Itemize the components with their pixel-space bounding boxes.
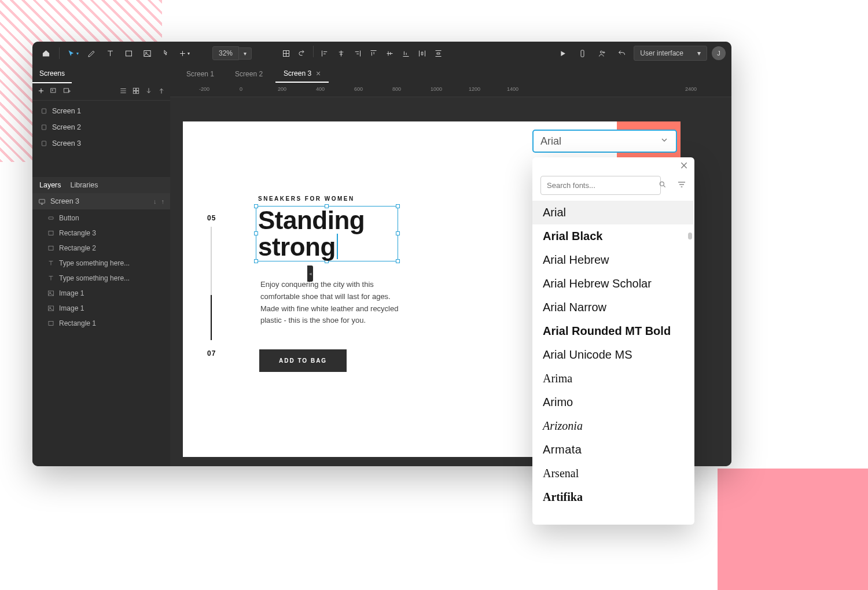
svg-rect-11 <box>133 91 135 94</box>
mode-dropdown[interactable]: User interface ▾ <box>634 46 707 61</box>
font-option[interactable]: Arial Unicode MS <box>532 343 693 367</box>
font-option[interactable]: Arial Narrow <box>532 296 693 319</box>
add-to-bag-button[interactable]: ADD TO BAG <box>259 349 347 372</box>
font-option[interactable]: Arima <box>532 367 693 390</box>
document-tab[interactable]: Screen 3× <box>275 65 329 83</box>
play-icon[interactable] <box>555 46 570 61</box>
layer-item[interactable]: Image 1 <box>32 286 170 301</box>
add-screen-icon[interactable] <box>37 87 45 97</box>
font-option[interactable]: Arial Hebrew Scholar <box>532 272 693 296</box>
sidebar-tools <box>32 83 170 101</box>
sidebar-item-screen[interactable]: Screen 3 <box>32 135 170 152</box>
interaction-tool-icon[interactable] <box>158 46 173 61</box>
font-option[interactable]: Arimo <box>532 390 693 414</box>
layer-item[interactable]: Rectangle 2 <box>32 241 170 256</box>
layer-item[interactable]: Image 1 <box>32 301 170 316</box>
rotate-icon[interactable] <box>295 46 310 61</box>
chevron-down-icon <box>660 135 669 148</box>
device-icon[interactable] <box>575 46 590 61</box>
home-icon[interactable] <box>38 46 53 61</box>
font-option[interactable]: Armata <box>532 438 693 462</box>
page-number-bottom: 07 <box>207 349 216 357</box>
list-view-icon[interactable] <box>119 87 127 97</box>
scrollbar-thumb[interactable] <box>688 233 692 239</box>
artboard-add-icon[interactable] <box>62 87 71 97</box>
mode-label: User interface <box>640 49 683 57</box>
font-search-input[interactable] <box>540 176 661 195</box>
svg-rect-18 <box>49 231 53 235</box>
close-tab-icon[interactable]: × <box>316 69 321 78</box>
tab-screens[interactable]: Screens <box>32 65 72 83</box>
layer-item[interactable]: Rectangle 1 <box>32 316 170 331</box>
distribute-h-icon[interactable] <box>414 46 429 61</box>
text-tool-icon[interactable] <box>102 46 117 61</box>
svg-rect-0 <box>126 51 131 56</box>
pointer-tool-icon[interactable]: ▾ <box>65 46 80 61</box>
layer-item[interactable]: Type something here... <box>32 256 170 271</box>
svg-rect-15 <box>42 141 46 146</box>
sort-up-icon[interactable] <box>157 87 165 97</box>
layout-grid-icon[interactable] <box>278 46 293 61</box>
tab-libraries[interactable]: Libraries <box>71 181 98 189</box>
font-option[interactable]: Artifika <box>532 485 693 509</box>
pen-tool-icon[interactable] <box>84 46 99 61</box>
font-option[interactable]: Arizonia <box>532 414 693 438</box>
layers-tabs: Layers Libraries <box>32 177 170 193</box>
sidebar-item-screen[interactable]: Screen 2 <box>32 119 170 135</box>
align-center-h-icon[interactable] <box>333 46 348 61</box>
ruler-tick: 2400 <box>685 86 697 92</box>
sidebar-tabs: Screens <box>32 65 170 83</box>
grid-view-icon[interactable] <box>132 87 140 97</box>
layer-list: ButtonRectangle 3Rectangle 2Type somethi… <box>32 209 170 332</box>
heading-text[interactable]: Standing strong <box>258 207 365 260</box>
font-option[interactable]: Arial <box>532 201 693 224</box>
avatar[interactable]: J <box>712 46 726 60</box>
screen-list: Screen 1Screen 2Screen 3 <box>32 101 170 154</box>
svg-rect-13 <box>42 109 46 113</box>
document-tab[interactable]: Screen 2 <box>227 67 271 82</box>
svg-rect-14 <box>42 125 46 130</box>
layer-item[interactable]: Button <box>32 211 170 226</box>
font-option[interactable]: Arial Rounded MT Bold <box>532 319 693 343</box>
filter-icon[interactable] <box>677 180 686 191</box>
align-right-icon[interactable] <box>350 46 365 61</box>
add-menu-icon[interactable]: ▾ <box>176 46 192 61</box>
align-top-icon[interactable] <box>366 46 381 61</box>
rectangle-tool-icon[interactable] <box>121 46 136 61</box>
collapse-down-icon[interactable]: ↓ <box>153 198 157 205</box>
share-icon[interactable] <box>594 46 609 61</box>
undo-icon[interactable] <box>614 46 629 61</box>
sort-down-icon[interactable] <box>145 87 153 97</box>
eyebrow-text: SNEAKERS FOR WOMEN <box>258 196 355 202</box>
align-left-icon[interactable] <box>317 46 332 61</box>
page-divider-active <box>211 295 212 340</box>
font-option[interactable]: Arsenal <box>532 462 693 485</box>
align-middle-v-icon[interactable] <box>382 46 397 61</box>
distribute-v-icon[interactable] <box>431 46 446 61</box>
close-icon[interactable] <box>679 161 689 172</box>
image-add-icon[interactable] <box>50 87 58 97</box>
svg-rect-10 <box>137 88 139 90</box>
zoom-dropdown-icon[interactable]: ▾ <box>239 47 252 60</box>
svg-rect-17 <box>49 217 53 219</box>
tab-layers[interactable]: Layers <box>39 181 61 189</box>
sidebar-item-screen[interactable]: Screen 1 <box>32 103 170 119</box>
zoom-value[interactable]: 32% <box>212 46 239 60</box>
collapse-up-icon[interactable]: ↑ <box>161 198 165 205</box>
font-option[interactable]: Arial Black <box>532 224 693 248</box>
font-family-select[interactable]: Arial <box>532 130 677 153</box>
image-tool-icon[interactable] <box>139 46 155 61</box>
sidebar-collapse-icon[interactable]: ◂ <box>307 266 313 282</box>
font-list[interactable]: ArialArial BlackArial HebrewArial Hebrew… <box>532 201 694 525</box>
decorative-pink-block <box>718 469 868 590</box>
align-bottom-icon[interactable] <box>398 46 413 61</box>
layer-item[interactable]: Type something here... <box>32 271 170 286</box>
layer-item[interactable]: Rectangle 3 <box>32 226 170 241</box>
text-cursor <box>337 234 338 259</box>
zoom-control[interactable]: 32% ▾ <box>212 46 252 60</box>
font-option[interactable]: Arial Hebrew <box>532 248 693 272</box>
document-tab[interactable]: Screen 1 <box>178 67 222 82</box>
layer-screen-selector[interactable]: Screen 3 ↓ ↑ <box>32 193 170 209</box>
svg-rect-8 <box>64 89 68 93</box>
horizontal-ruler: -20002004006008001000120014002400 <box>170 83 731 97</box>
